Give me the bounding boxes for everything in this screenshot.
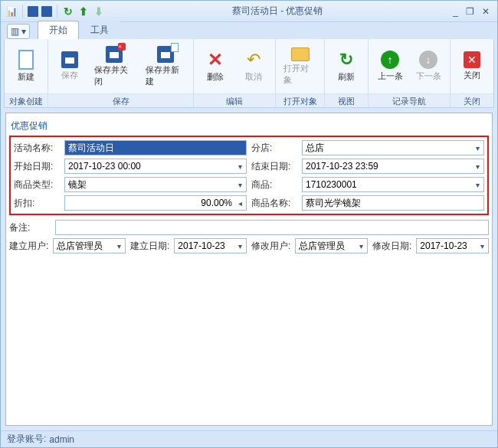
- qat-refresh-icon[interactable]: ↻: [62, 5, 74, 18]
- start-date-label: 开始日期:: [14, 160, 60, 173]
- activity-name-input[interactable]: [64, 140, 247, 155]
- separator: [57, 5, 57, 18]
- prev-label: 上一条: [378, 70, 403, 82]
- login-user: admin: [49, 434, 74, 445]
- qat-down-icon[interactable]: ⬇: [93, 5, 105, 18]
- save-close-button[interactable]: ×保存并关闭: [91, 44, 138, 90]
- folder-icon: [291, 47, 310, 61]
- delete-icon: ✕: [205, 50, 225, 70]
- product-label: 商品:: [251, 178, 297, 191]
- close-window-button[interactable]: ✕: [482, 6, 490, 17]
- close-button[interactable]: ✕关闭: [455, 44, 489, 90]
- product-select[interactable]: [302, 177, 484, 192]
- next-icon: ↓: [419, 51, 437, 69]
- save-new-button[interactable]: 保存并新建: [143, 44, 189, 90]
- maximize-button[interactable]: ❐: [466, 6, 474, 17]
- close-label: 关闭: [464, 70, 480, 81]
- refresh-label: 刷新: [338, 71, 355, 83]
- new-doc-icon: [18, 50, 34, 70]
- refresh-button[interactable]: ↻刷新: [329, 44, 363, 90]
- end-date-label: 结束日期:: [251, 160, 297, 173]
- section-title: 优惠促销: [9, 116, 489, 136]
- new-label: 新建: [18, 71, 34, 83]
- modify-date-label: 修改日期:: [372, 240, 411, 253]
- branch-label: 分店:: [251, 142, 297, 155]
- qat-up-icon[interactable]: ⬆: [77, 5, 90, 18]
- next-label: 下一条: [416, 70, 441, 82]
- status-bar: 登录账号: admin: [1, 430, 497, 447]
- save-button[interactable]: 保存: [53, 44, 87, 90]
- save-new-icon: [157, 46, 174, 63]
- create-date-input[interactable]: [174, 238, 247, 253]
- save-close-label: 保存并关闭: [94, 64, 135, 87]
- remark-input[interactable]: [55, 220, 489, 235]
- modify-user-select[interactable]: [295, 238, 368, 253]
- app-window: 📊 ↻ ⬆ ⬇ 蔡司活动日 - 优惠促销 _ ❐ ✕ ▥ ▾ 开始 工具 新建 …: [0, 0, 498, 448]
- refresh-icon: ↻: [336, 50, 356, 70]
- ribbon: 新建 对象创建 保存 ×保存并关闭 保存并新建 保存 ✕删除 ↶取消 编辑 打开…: [4, 39, 494, 108]
- group-caption-view: 视图: [325, 93, 368, 107]
- create-user-label: 建立用户:: [9, 240, 48, 253]
- modify-user-label: 修改用户:: [251, 240, 290, 253]
- delete-label: 删除: [207, 71, 224, 83]
- group-caption-create: 对象创建: [5, 93, 48, 107]
- save-label: 保存: [61, 70, 78, 81]
- ribbon-group-nav: ↑上一条 ↓下一条 记录导航: [369, 39, 450, 107]
- open-object-button[interactable]: 打开对象: [280, 44, 319, 90]
- ribbon-tabs: ▥ ▾ 开始 工具: [1, 22, 497, 39]
- ribbon-group-edit: ✕删除 ↶取消 编辑: [194, 39, 276, 107]
- ribbon-group-open: 打开对象 打开对象: [276, 39, 325, 107]
- tab-tools[interactable]: 工具: [79, 21, 120, 39]
- qat-save-close-icon[interactable]: [41, 6, 52, 17]
- delete-button[interactable]: ✕删除: [198, 44, 232, 90]
- save-icon: [61, 51, 78, 68]
- branch-select[interactable]: [302, 140, 484, 155]
- group-caption-close: 关闭: [450, 93, 493, 107]
- title-bar: 📊 ↻ ⬆ ⬇ 蔡司活动日 - 优惠促销 _ ❐ ✕: [1, 1, 497, 22]
- quick-access-toolbar: 📊 ↻ ⬆ ⬇: [1, 5, 110, 18]
- qat-save-icon[interactable]: [28, 6, 38, 17]
- end-date-input[interactable]: [302, 159, 484, 174]
- group-caption-open: 打开对象: [276, 93, 324, 107]
- group-caption-nav: 记录导航: [369, 93, 450, 107]
- create-date-label: 建立日期:: [130, 240, 169, 253]
- group-caption-save: 保存: [48, 93, 193, 107]
- app-icon: 📊: [5, 5, 18, 18]
- cancel-button[interactable]: ↶取消: [237, 44, 270, 90]
- content-panel: 优惠促销 活动名称: 分店: ▾ 开始日期: ▾ 结束日期: ▾ 商品类型: ▾…: [5, 113, 493, 426]
- window-title: 蔡司活动日 - 优惠促销: [110, 5, 445, 18]
- create-user-select[interactable]: [53, 238, 126, 253]
- close-icon: ✕: [464, 51, 480, 68]
- next-record-button[interactable]: ↓下一条: [411, 44, 445, 90]
- highlighted-form-area: 活动名称: 分店: ▾ 开始日期: ▾ 结束日期: ▾ 商品类型: ▾ 商品: …: [9, 136, 489, 215]
- prev-icon: ↑: [381, 51, 399, 69]
- new-button[interactable]: 新建: [9, 44, 43, 90]
- product-name-label: 商品名称:: [251, 197, 297, 210]
- save-close-icon: ×: [106, 46, 123, 63]
- window-controls: _ ❐ ✕: [445, 6, 497, 17]
- ribbon-group-view: ↻刷新 视图: [325, 39, 369, 107]
- modify-date-input[interactable]: [416, 238, 489, 253]
- discount-input[interactable]: [64, 195, 247, 211]
- meta-area: 备注: 建立用户: ▾ 建立日期: ▾ 修改用户: ▾ 修改日期: ▾: [9, 220, 489, 253]
- ribbon-group-save: 保存 ×保存并关闭 保存并新建 保存: [48, 39, 194, 107]
- activity-name-label: 活动名称:: [14, 142, 60, 155]
- product-name-input[interactable]: [302, 195, 484, 211]
- ribbon-group-close: ✕关闭 关闭: [450, 39, 493, 107]
- discount-label: 折扣:: [14, 197, 60, 210]
- cancel-label: 取消: [245, 71, 262, 83]
- open-label: 打开对象: [283, 63, 316, 86]
- tab-start[interactable]: 开始: [38, 21, 79, 39]
- remark-label: 备注:: [9, 221, 52, 234]
- product-type-select[interactable]: [64, 177, 247, 192]
- separator: [22, 5, 23, 18]
- prev-record-button[interactable]: ↑上一条: [373, 44, 407, 90]
- login-label: 登录账号:: [7, 433, 46, 446]
- product-type-label: 商品类型:: [14, 178, 60, 191]
- undo-icon: ↶: [244, 50, 264, 70]
- app-menu-button[interactable]: ▥ ▾: [7, 24, 30, 39]
- group-caption-edit: 编辑: [194, 93, 275, 107]
- ribbon-group-create: 新建 对象创建: [5, 39, 48, 107]
- start-date-input[interactable]: [64, 159, 247, 174]
- minimize-button[interactable]: _: [453, 6, 458, 17]
